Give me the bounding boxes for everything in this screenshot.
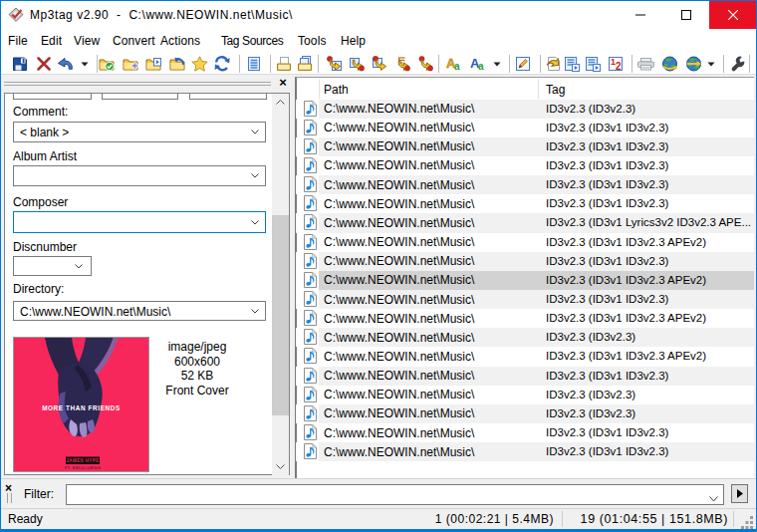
svg-text:2: 2 — [616, 61, 622, 72]
svg-text:MORE THAN FRIENDS: MORE THAN FRIENDS — [42, 404, 121, 411]
svg-text:a: a — [478, 61, 484, 72]
svg-text:a: a — [454, 61, 460, 72]
svg-text:FT. KELLI-LEIGH: FT. KELLI-LEIGH — [65, 466, 101, 470]
svg-text:JAMES HYPE: JAMES HYPE — [66, 458, 99, 463]
